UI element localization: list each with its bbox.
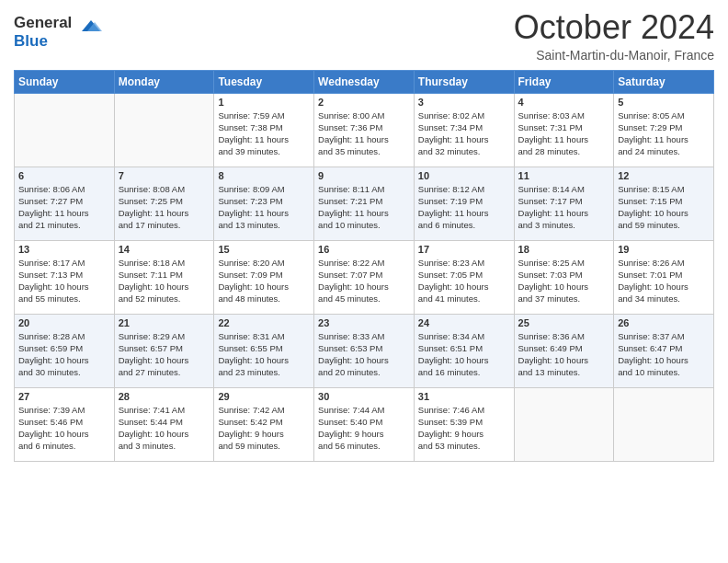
day-number: 14 [119,244,210,255]
day-cell: 26Sunrise: 8:37 AM Sunset: 6:47 PM Dayli… [614,314,714,387]
day-cell: 4Sunrise: 8:03 AM Sunset: 7:31 PM Daylig… [514,93,614,167]
day-cell: 3Sunrise: 8:02 AM Sunset: 7:34 PM Daylig… [414,93,514,167]
day-number: 22 [218,317,310,328]
day-info: Sunrise: 8:06 AM Sunset: 7:27 PM Dayligh… [18,183,110,232]
day-info: Sunrise: 8:12 AM Sunset: 7:19 PM Dayligh… [418,183,510,232]
day-info: Sunrise: 7:44 AM Sunset: 5:40 PM Dayligh… [318,404,410,453]
day-number: 10 [418,170,510,181]
day-number: 3 [418,97,510,108]
day-info: Sunrise: 8:20 AM Sunset: 7:09 PM Dayligh… [218,257,310,305]
day-number: 30 [318,391,410,402]
logo-line2: Blue [14,32,48,50]
day-number: 28 [119,391,210,402]
day-info: Sunrise: 8:17 AM Sunset: 7:13 PM Dayligh… [18,257,110,305]
day-cell: 18Sunrise: 8:25 AM Sunset: 7:03 PM Dayli… [514,240,614,314]
day-number: 12 [618,170,710,181]
week-row-3: 13Sunrise: 8:17 AM Sunset: 7:13 PM Dayli… [15,240,714,314]
day-cell: 29Sunrise: 7:42 AM Sunset: 5:42 PM Dayli… [214,387,314,461]
day-number: 1 [218,97,310,108]
day-number: 24 [418,317,510,328]
day-info: Sunrise: 8:22 AM Sunset: 7:07 PM Dayligh… [318,257,410,305]
day-info: Sunrise: 8:29 AM Sunset: 6:57 PM Dayligh… [119,330,210,379]
title-block: October 2024 Saint-Martin-du-Manoir, Fra… [514,9,714,63]
day-cell: 13Sunrise: 8:17 AM Sunset: 7:13 PM Dayli… [15,240,115,314]
day-info: Sunrise: 7:59 AM Sunset: 7:38 PM Dayligh… [218,109,310,158]
day-number: 25 [518,317,610,328]
day-info: Sunrise: 8:37 AM Sunset: 6:47 PM Dayligh… [618,330,710,379]
day-cell: 14Sunrise: 8:18 AM Sunset: 7:11 PM Dayli… [114,240,214,314]
day-info: Sunrise: 8:05 AM Sunset: 7:29 PM Dayligh… [618,109,710,158]
day-cell: 16Sunrise: 8:22 AM Sunset: 7:07 PM Dayli… [314,240,415,314]
day-number: 5 [618,97,710,108]
day-cell: 12Sunrise: 8:15 AM Sunset: 7:15 PM Dayli… [614,167,714,240]
day-number: 27 [18,391,110,402]
day-info: Sunrise: 8:26 AM Sunset: 7:01 PM Dayligh… [618,257,710,305]
day-cell [614,387,714,461]
day-cell: 11Sunrise: 8:14 AM Sunset: 7:17 PM Dayli… [514,167,614,240]
day-number: 29 [218,391,310,402]
day-cell: 5Sunrise: 8:05 AM Sunset: 7:29 PM Daylig… [614,93,714,167]
week-row-2: 6Sunrise: 8:06 AM Sunset: 7:27 PM Daylig… [15,167,714,240]
day-number: 4 [518,97,610,108]
day-number: 2 [318,97,410,108]
day-info: Sunrise: 8:33 AM Sunset: 6:53 PM Dayligh… [318,330,410,379]
day-number: 16 [318,244,410,255]
day-info: Sunrise: 8:25 AM Sunset: 7:03 PM Dayligh… [518,257,610,305]
day-cell: 7Sunrise: 8:08 AM Sunset: 7:25 PM Daylig… [114,167,214,240]
day-info: Sunrise: 8:31 AM Sunset: 6:55 PM Dayligh… [218,330,310,379]
day-number: 15 [218,244,310,255]
day-info: Sunrise: 8:09 AM Sunset: 7:23 PM Dayligh… [218,183,310,232]
day-cell [114,93,214,167]
col-monday: Monday [114,70,214,93]
day-info: Sunrise: 8:15 AM Sunset: 7:15 PM Dayligh… [618,183,710,232]
day-cell: 8Sunrise: 8:09 AM Sunset: 7:23 PM Daylig… [214,167,314,240]
day-number: 23 [318,317,410,328]
day-cell: 23Sunrise: 8:33 AM Sunset: 6:53 PM Dayli… [314,314,415,387]
day-number: 9 [318,170,410,181]
day-cell: 28Sunrise: 7:41 AM Sunset: 5:44 PM Dayli… [114,387,214,461]
location: Saint-Martin-du-Manoir, France [514,48,714,63]
day-cell: 17Sunrise: 8:23 AM Sunset: 7:05 PM Dayli… [414,240,514,314]
day-info: Sunrise: 7:46 AM Sunset: 5:39 PM Dayligh… [418,404,510,453]
day-number: 18 [518,244,610,255]
day-info: Sunrise: 8:02 AM Sunset: 7:34 PM Dayligh… [418,109,510,158]
day-cell [15,93,115,167]
day-info: Sunrise: 7:42 AM Sunset: 5:42 PM Dayligh… [218,404,310,453]
calendar-page: General Blue October 2024 Saint-Martin-d… [0,0,728,563]
day-info: Sunrise: 8:18 AM Sunset: 7:11 PM Dayligh… [119,257,210,305]
day-cell: 24Sunrise: 8:34 AM Sunset: 6:51 PM Dayli… [414,314,514,387]
day-info: Sunrise: 7:39 AM Sunset: 5:46 PM Dayligh… [18,404,110,453]
day-number: 11 [518,170,610,181]
day-info: Sunrise: 7:41 AM Sunset: 5:44 PM Dayligh… [119,404,210,453]
day-cell: 30Sunrise: 7:44 AM Sunset: 5:40 PM Dayli… [314,387,415,461]
day-cell: 19Sunrise: 8:26 AM Sunset: 7:01 PM Dayli… [614,240,714,314]
header-row: Sunday Monday Tuesday Wednesday Thursday… [15,70,714,93]
col-friday: Friday [514,70,614,93]
logo-icon [74,13,104,42]
day-number: 13 [18,244,110,255]
day-cell: 10Sunrise: 8:12 AM Sunset: 7:19 PM Dayli… [414,167,514,240]
day-number: 6 [18,170,110,181]
calendar-table: Sunday Monday Tuesday Wednesday Thursday… [14,70,714,462]
day-cell: 31Sunrise: 7:46 AM Sunset: 5:39 PM Dayli… [414,387,514,461]
day-cell: 2Sunrise: 8:00 AM Sunset: 7:36 PM Daylig… [314,93,415,167]
day-info: Sunrise: 8:34 AM Sunset: 6:51 PM Dayligh… [418,330,510,379]
col-saturday: Saturday [614,70,714,93]
day-info: Sunrise: 8:14 AM Sunset: 7:17 PM Dayligh… [518,183,610,232]
day-number: 21 [119,317,210,328]
day-info: Sunrise: 8:28 AM Sunset: 6:59 PM Dayligh… [18,330,110,379]
col-sunday: Sunday [15,70,115,93]
day-cell: 20Sunrise: 8:28 AM Sunset: 6:59 PM Dayli… [15,314,115,387]
day-number: 31 [418,391,510,402]
day-number: 19 [618,244,710,255]
day-cell: 22Sunrise: 8:31 AM Sunset: 6:55 PM Dayli… [214,314,314,387]
day-info: Sunrise: 8:11 AM Sunset: 7:21 PM Dayligh… [318,183,410,232]
day-number: 17 [418,244,510,255]
col-thursday: Thursday [414,70,514,93]
day-cell: 21Sunrise: 8:29 AM Sunset: 6:57 PM Dayli… [114,314,214,387]
week-row-4: 20Sunrise: 8:28 AM Sunset: 6:59 PM Dayli… [15,314,714,387]
logo: General Blue [14,14,104,50]
logo-line1: General [14,14,72,31]
day-cell: 9Sunrise: 8:11 AM Sunset: 7:21 PM Daylig… [314,167,415,240]
day-info: Sunrise: 8:03 AM Sunset: 7:31 PM Dayligh… [518,109,610,158]
